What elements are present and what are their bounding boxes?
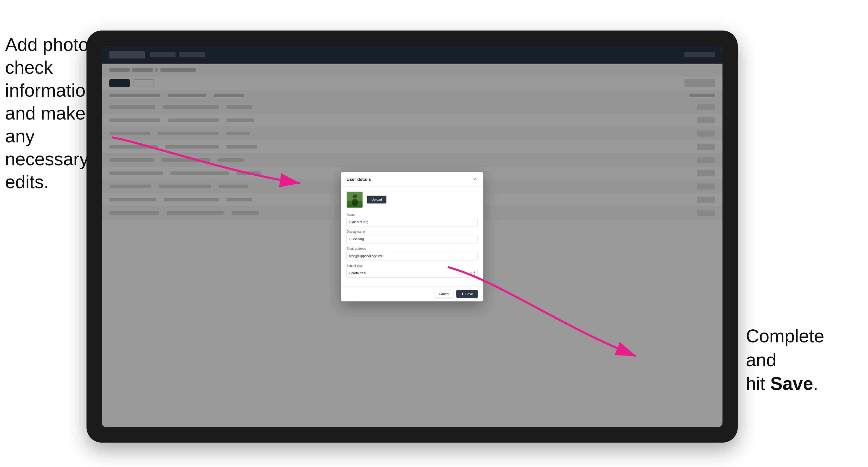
user-photo-svg <box>347 192 363 208</box>
user-photo-thumbnail <box>346 191 363 208</box>
photo-section: Upload <box>346 191 478 208</box>
name-label: Name <box>346 213 478 216</box>
modal-body: Upload Name Display name Email addre <box>341 186 483 286</box>
cancel-button[interactable]: Cancel <box>434 290 454 298</box>
modal-title: User details <box>346 177 371 182</box>
school-year-input[interactable] <box>346 269 478 278</box>
svg-rect-1 <box>347 201 363 208</box>
modal-close-button[interactable]: × <box>472 177 478 183</box>
upload-photo-button[interactable]: Upload <box>367 196 386 204</box>
display-name-field-group: Display name <box>346 230 478 243</box>
tablet-screen: User details × <box>102 46 722 427</box>
select-icons: × ▲▼ <box>470 270 476 276</box>
display-name-input[interactable] <box>346 235 478 243</box>
school-year-select-wrapper: × ▲▼ <box>346 269 478 278</box>
save-label: Save <box>465 292 473 296</box>
svg-rect-0 <box>347 192 363 208</box>
name-field-group: Name <box>346 213 478 226</box>
tablet-device: User details × <box>87 31 738 443</box>
school-year-label: School Year <box>346 264 478 268</box>
display-name-label: Display name <box>346 230 478 234</box>
school-year-field-group: School Year × ▲▼ <box>346 264 478 278</box>
modal-overlay: User details × <box>102 46 722 427</box>
svg-point-3 <box>352 199 358 206</box>
svg-point-2 <box>353 194 357 198</box>
name-input[interactable] <box>346 218 478 226</box>
email-input[interactable] <box>346 252 478 260</box>
save-button[interactable]: ⬆ Save <box>456 290 478 298</box>
save-icon: ⬆ <box>461 292 464 295</box>
email-label: Email address <box>346 247 478 251</box>
clear-selection-icon[interactable]: × <box>470 271 472 275</box>
sort-arrows-icon[interactable]: ▲▼ <box>473 270 476 276</box>
modal-footer: Cancel ⬆ Save <box>341 286 483 302</box>
user-details-modal: User details × <box>341 172 483 302</box>
modal-header: User details × <box>341 172 483 186</box>
annotation-right: Complete and hit Save. <box>746 324 853 396</box>
email-field-group: Email address <box>346 247 478 260</box>
